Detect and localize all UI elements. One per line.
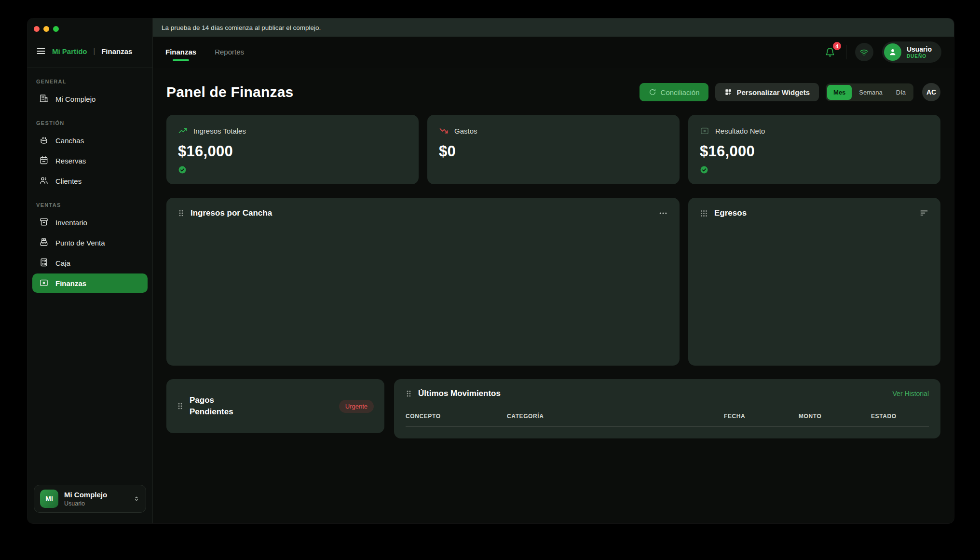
- stat-card-resultado-neto: Resultado Neto $16,000: [688, 115, 940, 184]
- stat-label: Gastos: [454, 127, 477, 135]
- widget-title: Ingresos por Cancha: [191, 208, 272, 218]
- sidebar-item-caja[interactable]: Caja: [32, 253, 148, 273]
- tab-label: Reportes: [215, 48, 244, 56]
- trial-banner: La prueba de 14 días comienza al publica…: [153, 18, 954, 37]
- sidebar-item-label: Punto de Venta: [55, 239, 105, 247]
- drag-handle-icon[interactable]: [177, 402, 183, 410]
- widget-title: Últimos Movimientos: [418, 389, 501, 398]
- widgets-icon: [724, 88, 732, 96]
- workspace-avatar: MI: [40, 490, 58, 508]
- trending-up-icon: [178, 126, 188, 136]
- wifi-icon: [859, 48, 869, 57]
- conciliacion-button[interactable]: Conciliación: [640, 83, 709, 101]
- stat-card-gastos: Gastos $0: [427, 115, 680, 184]
- stadium-icon: [39, 135, 49, 146]
- sidebar-item-inventario[interactable]: Inventario: [32, 213, 148, 232]
- topbar: Finanzas Reportes 4: [153, 37, 954, 68]
- account-avatar[interactable]: AC: [922, 83, 940, 101]
- widget-pagos-pendientes: Pagos Pendientes Urgente: [166, 379, 384, 433]
- chevron-up-down-icon: [133, 495, 140, 503]
- personalizar-label: Personalizar Widgets: [736, 88, 810, 96]
- sidebar-item-clientes[interactable]: Clientes: [32, 171, 148, 191]
- stat-value: $0: [439, 143, 668, 160]
- sidebar-item-label: Inventario: [55, 219, 87, 227]
- more-options-icon[interactable]: [658, 208, 668, 218]
- stat-label: Resultado Neto: [715, 127, 765, 135]
- period-option-semana[interactable]: Semana: [853, 85, 888, 100]
- page-header: Panel de Finanzas Conciliación Personali…: [166, 83, 940, 101]
- period-selector: Mes Semana Día: [826, 83, 913, 101]
- trending-down-icon: [439, 126, 449, 136]
- app-name: Mi Partido: [52, 47, 87, 55]
- tab-active-underline: [173, 59, 189, 61]
- page-title: Panel de Finanzas: [166, 84, 293, 100]
- tab-label: Finanzas: [165, 48, 196, 56]
- movimientos-table-header: CONCEPTO CATEGORÍA FECHA MONTO ESTADO: [406, 413, 929, 427]
- drag-handle-icon[interactable]: [178, 209, 184, 218]
- ver-historial-link[interactable]: Ver Historial: [893, 390, 929, 397]
- user-menu-button[interactable]: Usuario DUEÑO: [882, 41, 941, 63]
- workspace-switcher[interactable]: MI Mi Complejo Usuario: [34, 485, 146, 513]
- widgets-row: Ingresos por Cancha Egresos: [166, 198, 940, 366]
- traffic-light-minimize[interactable]: [43, 26, 49, 32]
- stats-row: Ingresos Totales $16,000 Gastos $0: [166, 115, 940, 184]
- check-circle-icon: [178, 165, 187, 174]
- sidebar-item-label: Mi Complejo: [55, 95, 95, 103]
- workspace-name: Mi Complejo: [64, 491, 107, 499]
- sidebar-item-punto-de-venta[interactable]: Punto de Venta: [32, 233, 148, 252]
- sidebar-item-mi-complejo[interactable]: Mi Complejo: [32, 89, 148, 109]
- wallet-badge-icon: [700, 126, 709, 136]
- widget-title: Pagos Pendientes: [190, 395, 244, 418]
- cash-register-icon: [39, 237, 49, 248]
- trial-banner-text: La prueba de 14 días comienza al publica…: [162, 24, 321, 31]
- nav-section-gestion: GESTIÓN: [36, 120, 144, 126]
- filter-icon[interactable]: [919, 208, 929, 218]
- period-option-mes[interactable]: Mes: [827, 85, 852, 100]
- stat-value: $16,000: [178, 143, 407, 160]
- widget-title: Egresos: [714, 208, 747, 218]
- tab-reportes[interactable]: Reportes: [215, 37, 244, 68]
- tab-finanzas[interactable]: Finanzas: [165, 37, 196, 68]
- connection-status-button[interactable]: [855, 43, 873, 61]
- wallet-icon: [39, 278, 49, 289]
- sidebar-item-canchas[interactable]: Canchas: [32, 131, 148, 150]
- sidebar-item-label: Caja: [55, 259, 70, 267]
- grid-handle-icon[interactable]: [700, 209, 708, 218]
- period-option-dia[interactable]: Día: [890, 85, 912, 100]
- notifications-button[interactable]: 4: [823, 45, 837, 59]
- workspace-role: Usuario: [64, 500, 107, 507]
- nav-section-ventas: VENTAS: [36, 202, 144, 208]
- refresh-icon: [649, 88, 656, 96]
- column-header-concepto: CONCEPTO: [406, 413, 507, 420]
- sidebar-item-label: Clientes: [55, 177, 82, 185]
- personalizar-widgets-button[interactable]: Personalizar Widgets: [715, 83, 819, 101]
- topbar-divider: [846, 45, 846, 59]
- column-header-monto: MONTO: [799, 413, 871, 420]
- window-controls: [27, 18, 152, 32]
- person-icon: [888, 47, 898, 57]
- conciliacion-label: Conciliación: [661, 88, 700, 96]
- hamburger-menu-icon[interactable]: [36, 46, 46, 56]
- sidebar-item-reservas[interactable]: Reservas: [32, 151, 148, 170]
- traffic-light-zoom[interactable]: [53, 26, 59, 32]
- sidebar-item-label: Canchas: [55, 137, 84, 145]
- column-header-categoria: CATEGORÍA: [507, 413, 724, 420]
- sidebar-item-finanzas[interactable]: Finanzas: [32, 273, 148, 293]
- user-avatar: [884, 43, 901, 61]
- check-circle-icon: [700, 165, 708, 174]
- bottom-row: Pagos Pendientes Urgente Últimos Movimie…: [166, 379, 940, 438]
- main-column: La prueba de 14 días comienza al publica…: [153, 18, 954, 523]
- stat-value: $16,000: [700, 143, 929, 160]
- drag-handle-icon[interactable]: [406, 389, 412, 398]
- traffic-light-close[interactable]: [34, 26, 40, 32]
- stat-card-ingresos-totales: Ingresos Totales $16,000: [166, 115, 419, 184]
- calculator-icon: [39, 258, 49, 269]
- notification-count-badge: 4: [833, 42, 841, 50]
- sidebar-nav: GENERAL Mi Complejo GESTIÓN Canchas Rese…: [27, 68, 152, 478]
- page-actions: Conciliación Personalizar Widgets Mes Se…: [640, 83, 940, 101]
- widget-egresos: Egresos: [688, 198, 940, 366]
- urgente-badge: Urgente: [339, 400, 374, 413]
- stat-label: Ingresos Totales: [193, 127, 246, 135]
- user-role-badge: DUEÑO: [907, 54, 932, 59]
- dashboard-content: Panel de Finanzas Conciliación Personali…: [153, 68, 954, 523]
